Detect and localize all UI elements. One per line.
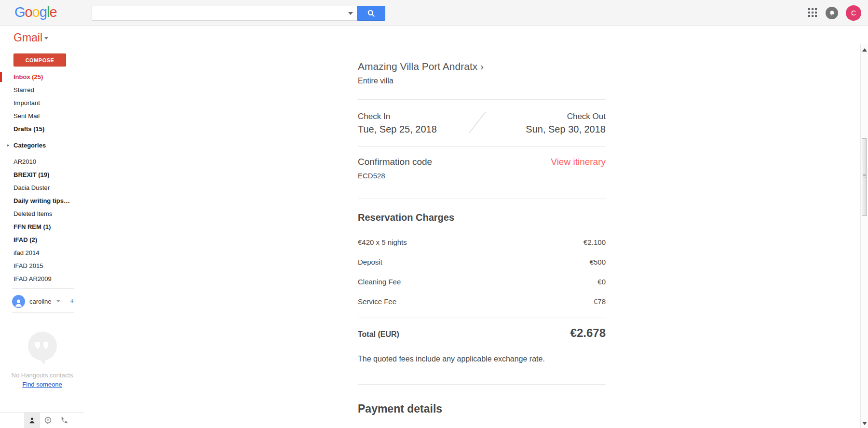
phone-tab-button[interactable] (56, 413, 72, 428)
sidebar-item-ifad[interactable]: IFAD (2) (0, 233, 84, 246)
sidebar-item-important[interactable]: Important (0, 96, 84, 109)
fee-value: €500 (590, 258, 606, 266)
sidebar-item-ifad-2014[interactable]: ifad 2014 (0, 246, 84, 259)
view-itinerary-link[interactable]: View itinerary (551, 157, 606, 167)
confirmation-code-label: Confirmation code (358, 157, 432, 167)
divider (358, 318, 606, 318)
sidebar-item-ffn-rem[interactable]: FFN REM (1) (0, 220, 84, 233)
add-contact-button[interactable]: + (69, 296, 75, 307)
sidebar: COMPOSE Inbox (25) Starred Important Sen… (0, 50, 84, 428)
hangouts-logo-icon (28, 332, 57, 361)
search-icon (367, 9, 376, 18)
gmail-chevron-down-icon (44, 37, 48, 40)
sidebar-item-ifad-ar2009[interactable]: IFAD AR2009 (0, 272, 84, 285)
person-icon (28, 416, 36, 425)
divider (12, 288, 74, 289)
sidebar-item-sent-mail[interactable]: Sent Mail (0, 109, 84, 122)
confirmation-row: Confirmation code View itinerary (358, 157, 606, 167)
sidebar-item-inbox[interactable]: Inbox (25) (0, 70, 84, 83)
divider (358, 146, 606, 147)
fee-row: Service Fee €78 (358, 297, 606, 306)
listing-subtitle: Entire villa (358, 77, 606, 85)
divider (358, 384, 606, 385)
google-logo[interactable]: Google (14, 4, 57, 20)
check-out-block: Check Out Sun, Sep 30, 2018 (526, 112, 606, 135)
chat-profile-row[interactable]: caroline + (12, 293, 75, 309)
vertical-scrollbar[interactable] (860, 44, 868, 428)
fee-row: Deposit €500 (358, 258, 606, 266)
sidebar-item-daily-writing-tips[interactable]: Daily writing tips… (0, 194, 84, 207)
scroll-up-arrow-icon[interactable] (862, 48, 867, 52)
fee-label: Cleaning Fee (358, 278, 401, 286)
gmail-header: Gmail More 11 of 904 ‹ (0, 26, 868, 50)
scrollbar-thumb[interactable] (862, 138, 867, 216)
sidebar-item-brexit[interactable]: BREXIT (19) (0, 168, 84, 181)
search-button[interactable] (357, 6, 385, 21)
email-body: Amazing Villa Port Andratx › Entire vill… (84, 50, 860, 428)
expand-triangle-icon: ▸ (7, 139, 10, 152)
exchange-rate-note: The quoted fees include any applicable e… (358, 355, 606, 363)
check-out-label: Check Out (526, 112, 606, 121)
contacts-tab-button[interactable] (24, 413, 40, 428)
fee-value: €2.100 (583, 238, 606, 246)
find-someone-link[interactable]: Find someone (22, 381, 62, 388)
account-avatar[interactable]: C (846, 5, 861, 21)
fee-row: Cleaning Fee €0 (358, 278, 606, 286)
hangouts-bubble-icon (44, 416, 52, 425)
sidebar-item-ar2010[interactable]: AR2010 (0, 155, 84, 168)
search-box (92, 6, 357, 21)
person-icon (14, 298, 24, 308)
hangouts-empty-state: No Hangouts contacts Find someone (0, 332, 84, 388)
folder-list: Inbox (25) Starred Important Sent Mail D… (0, 70, 84, 285)
sidebar-item-dacia-duster[interactable]: Dacia Duster (0, 181, 84, 194)
total-row: Total (EUR) €2.678 (358, 326, 606, 340)
chat-avatar (12, 295, 25, 308)
compose-button[interactable]: COMPOSE (14, 54, 66, 67)
reservation-charges-title: Reservation Charges (358, 212, 606, 223)
confirmation-code-value: ECD528 (358, 172, 606, 180)
fee-label: €420 x 5 nights (358, 238, 407, 246)
google-top-bar: Google C (0, 0, 868, 26)
divider (12, 312, 74, 313)
search-options-chevron-down-icon[interactable] (348, 12, 353, 15)
divider (358, 199, 606, 199)
sidebar-footer (0, 412, 84, 428)
fee-label: Service Fee (358, 297, 396, 306)
payment-details-title: Payment details (358, 402, 606, 415)
chat-user-name: caroline (29, 298, 52, 305)
sidebar-item-starred[interactable]: Starred (0, 83, 84, 96)
check-in-block: Check In Tue, Sep 25, 2018 (358, 112, 437, 135)
diagonal-divider (469, 111, 486, 133)
listing-title-link[interactable]: Amazing Villa Port Andratx › (358, 61, 606, 72)
sidebar-item-drafts[interactable]: Drafts (15) (0, 122, 84, 135)
chat-status-chevron-down-icon[interactable] (56, 300, 60, 302)
total-value: €2.678 (570, 326, 606, 340)
total-label: Total (EUR) (358, 330, 399, 339)
search-input[interactable] (92, 6, 333, 20)
check-out-date: Sun, Sep 30, 2018 (526, 124, 606, 135)
checkin-checkout-row: Check In Tue, Sep 25, 2018 Check Out Sun… (358, 112, 606, 135)
hangouts-tab-button[interactable] (40, 413, 56, 428)
sidebar-item-deleted-items[interactable]: Deleted Items (0, 207, 84, 220)
phone-icon (60, 416, 68, 425)
fee-label: Deposit (358, 258, 382, 266)
fee-row: €420 x 5 nights €2.100 (358, 238, 606, 246)
check-in-date: Tue, Sep 25, 2018 (358, 124, 437, 135)
fee-value: €78 (594, 297, 606, 306)
notifications-bell-icon[interactable] (826, 7, 838, 19)
gmail-logo-menu[interactable]: Gmail (14, 31, 48, 44)
sidebar-item-ifad-2015[interactable]: IFAD 2015 (0, 259, 84, 272)
fee-value: €0 (597, 278, 606, 286)
sidebar-item-categories[interactable]: ▸Categories (0, 139, 84, 152)
no-contacts-text: No Hangouts contacts (0, 372, 84, 379)
check-in-label: Check In (358, 112, 437, 121)
apps-grid-icon[interactable] (808, 8, 818, 18)
scroll-down-arrow-icon[interactable] (862, 422, 867, 425)
divider (358, 99, 606, 100)
